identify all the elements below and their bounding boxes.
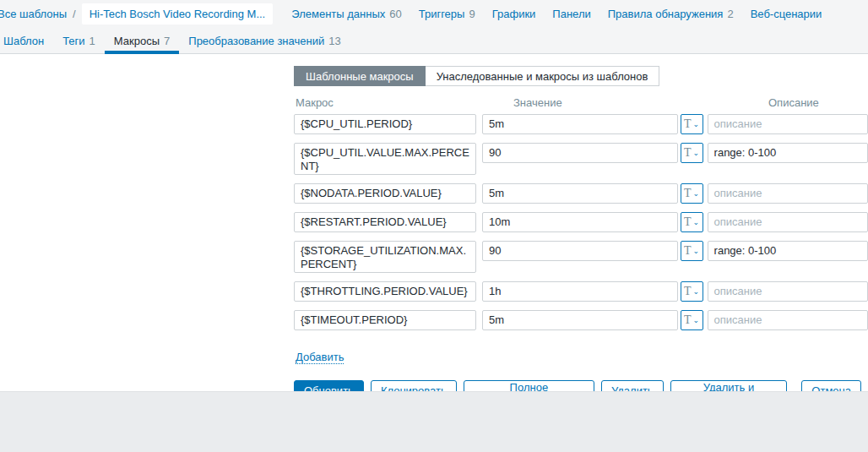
macro-name-input[interactable]: {$CPU_UTIL.VALUE.MAX.PERCENT} (294, 143, 476, 175)
top-navigation-bar: Все шаблоны / Hi-Tech Bosch Video Record… (0, 0, 868, 54)
macro-name-input[interactable]: {$STORAGE_UTILIZATION.MAX.PERCENT} (294, 241, 476, 273)
macro-name-input[interactable]: {$NODATA.PERIOD.VALUE} (294, 183, 476, 204)
nav-item-discovery-rules[interactable]: Правила обнаружения2 (608, 8, 734, 20)
tab-count: 7 (164, 35, 170, 47)
value-type-button[interactable]: T⌄ (681, 281, 703, 302)
tab-template[interactable]: Шаблон (0, 28, 53, 53)
macros-table-body: {$CPU_UTIL.PERIOD} 5m T⌄ {$CPU_UTIL.VALU… (294, 114, 868, 330)
text-type-icon: T (684, 215, 692, 229)
macro-description-input[interactable] (708, 281, 868, 302)
text-type-icon: T (684, 146, 692, 160)
macro-value-input[interactable]: 90 (482, 241, 677, 261)
nav-item-items[interactable]: Элементы данных60 (291, 8, 401, 20)
macro-value-input[interactable]: 90 (482, 143, 677, 163)
macro-value-input[interactable]: 5m (482, 310, 677, 330)
macro-value-input[interactable]: 5m (482, 114, 677, 134)
update-button[interactable]: Обновить (294, 380, 364, 391)
tab-count: 13 (328, 35, 340, 47)
inherited-macros-tab[interactable]: Унаследованные и макросы из шаблонов (426, 66, 660, 86)
macro-view-switch: Шаблонные макросы Унаследованные и макро… (294, 66, 659, 86)
full-clone-button[interactable]: Полное клонирование (464, 380, 594, 391)
page-footer-area (0, 391, 868, 452)
tab-macros[interactable]: Макросы7 (105, 28, 179, 53)
macro-description-input[interactable]: range: 0-100 (708, 241, 868, 261)
nav-item-triggers[interactable]: Триггеры9 (419, 8, 475, 20)
column-header-value: Значение (513, 96, 562, 109)
macros-table-header: Макрос Значение Описание (294, 96, 868, 114)
macro-name-input[interactable]: {$TIMEOUT.PERIOD} (294, 310, 476, 330)
macro-row: {$TIMEOUT.PERIOD} 5m T⌄ (294, 310, 868, 330)
nav-item-dashboards[interactable]: Панели (552, 8, 590, 20)
template-tabs-row: Шаблон Теги1 Макросы7 Преобразование зна… (0, 28, 868, 54)
value-type-button[interactable]: T⌄ (681, 241, 703, 261)
tab-tags[interactable]: Теги1 (53, 28, 105, 53)
value-type-button[interactable]: T⌄ (681, 114, 703, 134)
value-type-button[interactable]: T⌄ (681, 143, 703, 163)
template-macros-tab[interactable]: Шаблонные макросы (294, 66, 426, 86)
add-macro-link[interactable]: Добавить (296, 351, 344, 364)
chevron-down-icon: ⌄ (693, 288, 700, 296)
tab-count: 1 (90, 35, 95, 47)
nav-item-count: 9 (469, 8, 475, 20)
macro-name-input[interactable]: {$RESTART.PERIOD.VALUE} (294, 212, 476, 232)
macro-name-input[interactable]: {$THROTTLING.PERIOD.VALUE} (294, 281, 476, 302)
nav-item-count: 2 (727, 8, 733, 20)
nav-item-web-scenarios[interactable]: Веб-сценарии (751, 8, 822, 20)
breadcrumb-all-templates-link[interactable]: Все шаблоны (0, 8, 67, 20)
macro-row: {$RESTART.PERIOD.VALUE} 10m T⌄ (294, 212, 868, 232)
macro-row: {$CPU_UTIL.VALUE.MAX.PERCENT} 90 T⌄ rang… (294, 143, 868, 175)
text-type-icon: T (684, 313, 692, 327)
macro-description-input[interactable] (708, 114, 868, 134)
clone-button[interactable]: Клонировать (371, 380, 457, 391)
macro-value-input[interactable]: 1h (482, 281, 677, 302)
macro-name-input[interactable]: {$CPU_UTIL.PERIOD} (294, 114, 476, 134)
delete-and-clear-button[interactable]: Удалить и очистить (670, 380, 788, 391)
column-header-macro: Макрос (296, 96, 334, 109)
value-type-button[interactable]: T⌄ (681, 310, 703, 330)
column-header-description: Описание (768, 96, 819, 109)
macro-description-input[interactable] (708, 183, 868, 204)
macro-description-input[interactable] (708, 310, 868, 330)
cancel-button[interactable]: Отмена (801, 380, 861, 391)
text-type-icon: T (684, 285, 692, 298)
text-type-icon: T (684, 117, 692, 131)
value-type-button[interactable]: T⌄ (681, 212, 703, 232)
chevron-down-icon: ⌄ (693, 190, 700, 198)
macro-row: {$NODATA.PERIOD.VALUE} 5m T⌄ (294, 183, 868, 204)
macro-row: {$THROTTLING.PERIOD.VALUE} 1h T⌄ (294, 281, 868, 302)
form-actions: Обновить Клонировать Полное клонирование… (294, 380, 868, 391)
delete-button[interactable]: Удалить (601, 380, 664, 391)
macro-description-input[interactable] (708, 212, 868, 232)
macros-form: Шаблонные макросы Унаследованные и макро… (0, 54, 868, 391)
macro-value-input[interactable]: 10m (482, 212, 677, 232)
chevron-down-icon: ⌄ (693, 317, 700, 324)
macro-row: {$CPU_UTIL.PERIOD} 5m T⌄ (294, 114, 868, 134)
text-type-icon: T (684, 187, 692, 200)
chevron-down-icon: ⌄ (693, 150, 700, 157)
macro-value-input[interactable]: 5m (482, 183, 677, 204)
text-type-icon: T (684, 244, 692, 258)
chevron-down-icon: ⌄ (693, 219, 700, 226)
nav-item-count: 60 (389, 8, 401, 20)
chevron-down-icon: ⌄ (693, 248, 700, 255)
macro-row: {$STORAGE_UTILIZATION.MAX.PERCENT} 90 T⌄… (294, 241, 868, 273)
chevron-down-icon: ⌄ (693, 121, 700, 128)
macro-description-input[interactable]: range: 0-100 (708, 143, 868, 163)
breadcrumb-template-name[interactable]: Hi-Tech Bosch Video Recording M... (82, 3, 274, 25)
nav-item-graphs[interactable]: Графики (492, 8, 536, 20)
breadcrumb-separator: / (73, 8, 76, 20)
breadcrumb-nav-row: Все шаблоны / Hi-Tech Bosch Video Record… (0, 0, 868, 28)
value-type-button[interactable]: T⌄ (681, 183, 703, 204)
tab-value-mapping[interactable]: Преобразование значений13 (179, 28, 350, 53)
